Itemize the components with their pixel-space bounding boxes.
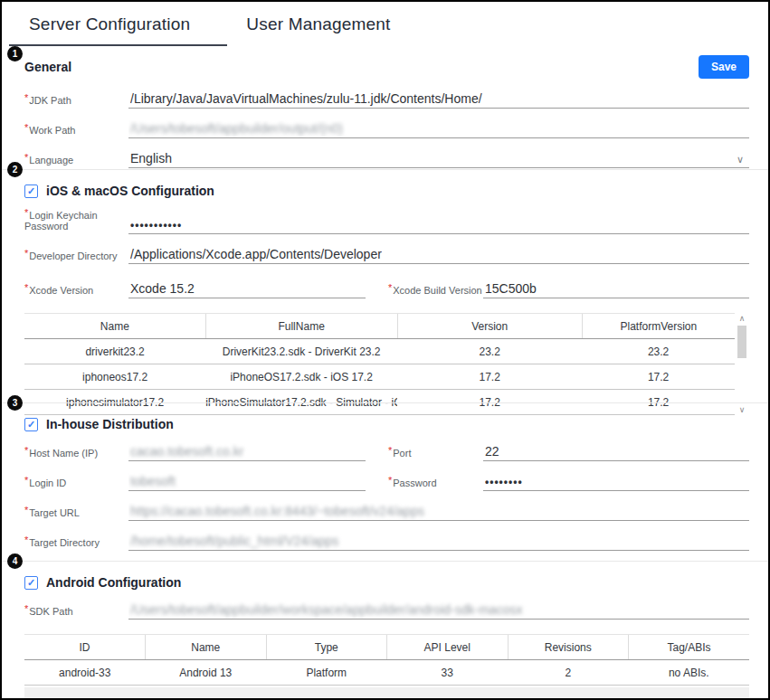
cell: no ABIs. bbox=[629, 660, 750, 686]
annotation-badge-4: 4 bbox=[7, 553, 23, 569]
check-icon: ✓ bbox=[27, 578, 35, 588]
jdk-path-input[interactable]: /Library/Java/JavaVirtualMachines/zulu-1… bbox=[128, 90, 749, 109]
developer-directory-row: Developer Directory /Applications/Xcode.… bbox=[24, 246, 749, 264]
col-type: Type bbox=[266, 635, 387, 660]
host-port-row: Host Name (IP) cacao.tobesoft.co.kr Port… bbox=[24, 443, 749, 461]
save-button[interactable]: Save bbox=[699, 55, 749, 79]
work-path-label: Work Path bbox=[24, 125, 128, 138]
xcode-build-version-label: Xcode Build Version bbox=[388, 285, 483, 298]
android-sdk-table-header: ID Name Type API Level Revisions Tag/ABI… bbox=[24, 635, 749, 660]
section-ios-macos: 2 ✓ iOS & macOS Configuration Login Keyc… bbox=[2, 169, 768, 402]
inhouse-section-header: ✓ In-house Distribution bbox=[24, 403, 749, 431]
keychain-password-input[interactable]: ••••••••••• bbox=[128, 216, 749, 234]
horizontal-scrollbar[interactable] bbox=[24, 687, 749, 698]
ios-section-header: ✓ iOS & macOS Configuration bbox=[24, 170, 749, 198]
scroll-up-icon[interactable]: ∧ bbox=[739, 314, 746, 323]
target-url-row: Target URL https://cacao.tobesoft.co.kr:… bbox=[24, 503, 749, 521]
xcode-version-label: Xcode Version bbox=[24, 285, 128, 298]
annotation-badge-2: 2 bbox=[7, 162, 23, 177]
target-directory-row: Target Directory /home/tobesoft/public_h… bbox=[24, 533, 749, 551]
col-api-level: API Level bbox=[387, 635, 509, 660]
tab-bar: Server Configuration User Management bbox=[2, 2, 768, 49]
login-id-label: Login ID bbox=[24, 478, 128, 491]
target-url-input[interactable]: https://cacao.tobesoft.co.kr:8443/~tobes… bbox=[128, 503, 749, 521]
chevron-down-icon: ∨ bbox=[737, 154, 747, 166]
general-section-title: General bbox=[24, 60, 71, 74]
cell: DriverKit23.2.sdk - DriverKit 23.2 bbox=[205, 339, 397, 364]
active-tab-indicator bbox=[9, 44, 227, 46]
col-tag-abis: Tag/ABIs bbox=[629, 635, 750, 660]
check-icon: ✓ bbox=[27, 186, 35, 196]
sdk-path-row: SDK Path /Users/tobesoft/appbuilder/work… bbox=[24, 601, 749, 620]
xcode-build-version-input[interactable]: 15C500b bbox=[483, 280, 749, 298]
cell: android-33 bbox=[24, 660, 146, 686]
cell: 23.2 bbox=[582, 339, 735, 364]
col-fullname: FullName bbox=[205, 314, 397, 339]
inhouse-checkbox[interactable]: ✓ bbox=[24, 418, 38, 431]
col-name: Name bbox=[24, 314, 205, 339]
language-select[interactable]: English ∨ bbox=[128, 150, 749, 168]
password-label: Password bbox=[388, 478, 483, 491]
vertical-scrollbar[interactable]: ∧ ∨ bbox=[735, 313, 749, 415]
cell: 17.2 bbox=[397, 364, 582, 390]
host-name-label: Host Name (IP) bbox=[24, 448, 128, 461]
keychain-password-row: Login Keychain Password ••••••••••• bbox=[24, 210, 749, 234]
port-input[interactable]: 22 bbox=[483, 443, 749, 461]
android-section-header: ✓ Android Configuration bbox=[24, 562, 749, 590]
col-name: Name bbox=[146, 635, 267, 660]
developer-directory-input[interactable]: /Applications/Xcode.app/Contents/Develop… bbox=[128, 246, 749, 264]
table-row[interactable]: iphoneos17.2 iPhoneOS17.2.sdk - iOS 17.2… bbox=[24, 364, 735, 390]
col-platformversion: PlatformVersion bbox=[582, 314, 735, 339]
scrollbar-thumb[interactable] bbox=[737, 326, 746, 358]
work-path-input[interactable]: /Users/tobesoft/appbuilder/output/(n0) bbox=[128, 120, 749, 138]
work-path-row: Work Path /Users/tobesoft/appbuilder/out… bbox=[24, 120, 749, 138]
language-row: Language English ∨ bbox=[24, 150, 749, 168]
cell: iPhoneOS17.2.sdk - iOS 17.2 bbox=[205, 364, 397, 390]
cell: driverkit23.2 bbox=[24, 339, 205, 364]
password-input[interactable]: •••••••• bbox=[483, 473, 749, 491]
ios-sdk-table: Name FullName Version PlatformVersion dr… bbox=[24, 313, 735, 415]
section-inhouse-distribution: 3 ✓ In-house Distribution Host Name (IP)… bbox=[2, 402, 768, 561]
annotation-badge-1: 1 bbox=[7, 46, 23, 61]
ios-section-title: iOS & macOS Configuration bbox=[46, 184, 214, 198]
check-icon: ✓ bbox=[27, 420, 35, 430]
annotation-badge-3: 3 bbox=[7, 395, 23, 411]
col-id: ID bbox=[24, 635, 146, 660]
section-android-configuration: 4 ✓ Android Configuration SDK Path /User… bbox=[2, 561, 768, 696]
col-revisions: Revisions bbox=[508, 635, 629, 660]
jdk-path-row: JDK Path /Library/Java/JavaVirtualMachin… bbox=[24, 90, 749, 109]
xcode-version-input[interactable]: Xcode 15.2 bbox=[128, 280, 366, 298]
android-sdk-table-wrap: ID Name Type API Level Revisions Tag/ABI… bbox=[24, 634, 749, 686]
col-version: Version bbox=[397, 314, 582, 339]
cell: Android 13 bbox=[146, 660, 267, 686]
sdk-path-label: SDK Path bbox=[24, 606, 128, 620]
android-section-title: Android Configuration bbox=[46, 575, 181, 590]
host-name-input[interactable]: cacao.tobesoft.co.kr bbox=[128, 443, 366, 461]
cell: Platform bbox=[266, 660, 387, 686]
cell: 2 bbox=[508, 660, 629, 686]
login-password-row: Login ID tobesoft Password •••••••• bbox=[24, 473, 749, 491]
ios-config-checkbox[interactable]: ✓ bbox=[24, 184, 38, 198]
jdk-path-label: JDK Path bbox=[24, 95, 128, 109]
login-id-input[interactable]: tobesoft bbox=[128, 473, 366, 491]
ios-sdk-table-wrap: Name FullName Version PlatformVersion dr… bbox=[24, 313, 749, 415]
developer-directory-label: Developer Directory bbox=[24, 251, 128, 264]
table-row[interactable]: driverkit23.2 DriverKit23.2.sdk - Driver… bbox=[24, 339, 735, 364]
android-checkbox[interactable]: ✓ bbox=[24, 576, 38, 590]
cell: 23.2 bbox=[397, 339, 582, 364]
xcode-version-row: Xcode Version Xcode 15.2 Xcode Build Ver… bbox=[24, 280, 749, 298]
cell: 33 bbox=[387, 660, 509, 686]
table-row[interactable]: android-33 Android 13 Platform 33 2 no A… bbox=[24, 660, 749, 686]
tab-user-management[interactable]: User Management bbox=[246, 14, 390, 49]
target-directory-input[interactable]: /home/tobesoft/public_html/V24/apps bbox=[128, 533, 749, 551]
inhouse-section-title: In-house Distribution bbox=[46, 417, 174, 431]
target-url-label: Target URL bbox=[24, 507, 128, 521]
ios-sdk-table-header: Name FullName Version PlatformVersion bbox=[24, 314, 735, 339]
keychain-password-label: Login Keychain Password bbox=[24, 210, 128, 234]
sdk-path-input[interactable]: /Users/tobesoft/appbuilder/workspace/app… bbox=[128, 601, 749, 620]
target-directory-label: Target Directory bbox=[24, 537, 128, 551]
cell: iphoneos17.2 bbox=[24, 364, 205, 390]
section-general: General Save JDK Path /Library/Java/Java… bbox=[2, 49, 768, 169]
server-configuration-page: Server Configuration User Management 1 G… bbox=[0, 0, 770, 700]
port-label: Port bbox=[388, 448, 483, 461]
